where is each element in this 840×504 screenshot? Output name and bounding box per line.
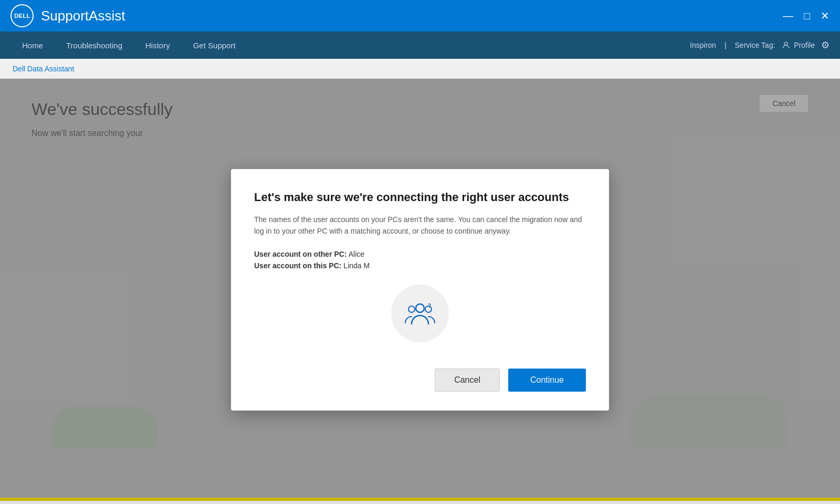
modal-continue-button[interactable]: Continue [508, 369, 586, 392]
close-button[interactable]: ✕ [821, 10, 830, 21]
settings-icon[interactable]: ⚙ [821, 39, 830, 51]
bottom-bar [0, 498, 840, 501]
device-label: Inspiron [690, 41, 716, 49]
svg-point-1 [784, 42, 788, 45]
other-pc-account-name: Alice [349, 250, 364, 258]
modal-description: The names of the user accounts on your P… [254, 214, 586, 237]
svg-point-3 [408, 306, 415, 312]
profile-area[interactable]: Profile [781, 40, 815, 50]
title-bar: DELL SupportAssist — □ ✕ [0, 0, 840, 32]
minimize-button[interactable]: — [783, 10, 793, 21]
app-title: SupportAssist [41, 8, 125, 24]
users-icon: ? [403, 297, 437, 330]
profile-label: Profile [794, 41, 815, 49]
modal-title: Let's make sure we're connecting the rig… [254, 190, 586, 205]
nav-right: Inspiron | Service Tag: Profile ⚙ [690, 39, 830, 51]
main-content: We've successfully Now we'll start searc… [0, 79, 840, 501]
nav-item-home[interactable]: Home [10, 32, 55, 59]
breadcrumb: Dell Data Assistant [13, 65, 75, 73]
modal-buttons: Cancel Continue [254, 369, 586, 392]
title-left: DELL SupportAssist [10, 4, 125, 27]
this-pc-account-line: User account on this PC: Linda M [254, 261, 586, 270]
users-icon-circle: ? [391, 285, 449, 342]
nav-item-history[interactable]: History [134, 32, 182, 59]
maximize-button[interactable]: □ [804, 10, 810, 21]
nav-bar: Home Troubleshooting History Get Support… [0, 32, 840, 59]
svg-text:?: ? [428, 303, 431, 309]
modal-cancel-button[interactable]: Cancel [435, 369, 500, 392]
service-tag-label: Service Tag: [735, 41, 775, 49]
other-pc-account-line: User account on other PC: Alice [254, 250, 586, 258]
other-pc-account-label: User account on other PC: [254, 250, 347, 258]
this-pc-account-label: User account on this PC: [254, 261, 341, 270]
nav-item-troubleshooting[interactable]: Troubleshooting [55, 32, 134, 59]
nav-left: Home Troubleshooting History Get Support [10, 32, 247, 59]
breadcrumb-bar: Dell Data Assistant [0, 59, 840, 79]
nav-divider: | [724, 41, 727, 49]
nav-item-get-support[interactable]: Get Support [182, 32, 247, 59]
window-controls: — □ ✕ [783, 10, 830, 21]
user-accounts: User account on other PC: Alice User acc… [254, 250, 586, 270]
dell-logo-icon: DELL [10, 4, 34, 27]
modal-dialog: Let's make sure we're connecting the rig… [231, 169, 609, 410]
svg-point-2 [416, 304, 424, 312]
profile-icon [781, 40, 791, 50]
modal-overlay: Let's make sure we're connecting the rig… [0, 79, 840, 501]
this-pc-account-name: Linda M [343, 261, 370, 270]
svg-text:DELL: DELL [14, 12, 30, 19]
icon-area: ? [254, 285, 586, 342]
